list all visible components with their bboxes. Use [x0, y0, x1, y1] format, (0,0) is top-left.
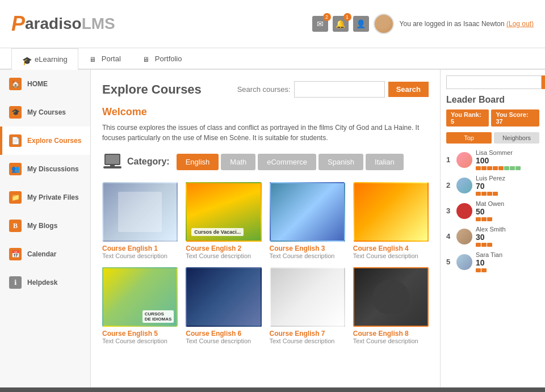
course-desc-8: Text Course description — [353, 338, 429, 344]
cat-tab-english[interactable]: English — [177, 154, 219, 170]
sidebar-item-my-courses[interactable]: 🎓 My Courses — [0, 98, 90, 127]
lb-rank-2: 2 — [446, 181, 453, 189]
sidebar-item-helpdesk[interactable]: ℹ Helpdesk — [0, 268, 90, 297]
lb-score-5: 10 — [476, 258, 485, 267]
course-card-6[interactable]: Course English 6 Text Course description — [186, 267, 261, 344]
lb-seg — [487, 243, 492, 247]
lb-seg — [515, 166, 521, 170]
lb-seg — [481, 268, 487, 272]
course-thumb-6 — [186, 267, 261, 327]
course-card-8[interactable]: Course English 8 Text Course description — [353, 267, 429, 344]
course-thumb-2: Cursos de Vacaci... — [186, 182, 261, 242]
lb-seg — [498, 166, 504, 170]
course-name-1: Course English 1 — [102, 245, 178, 252]
course-name-2: Course English 2 — [186, 245, 261, 252]
email-icon[interactable]: ✉ 2 — [312, 16, 328, 32]
lb-search-bar: Search — [446, 75, 539, 89]
portal-icon: 🖥 — [89, 56, 98, 62]
course-desc-3: Text Course description — [270, 252, 345, 259]
sidebar-home-label: HOME — [27, 80, 48, 88]
lb-name-3: Mat Owen — [476, 200, 539, 207]
page-title: Explore Courses — [102, 82, 202, 97]
course-desc-5: Text Course description — [102, 338, 178, 344]
sidebar-helpdesk-label: Helpdesk — [27, 279, 57, 286]
category-icon — [102, 151, 123, 172]
course-card-3[interactable]: Course English 3 Text Course description — [270, 182, 345, 259]
tab-portal-label: Portal — [102, 54, 121, 63]
cat-tab-math[interactable]: Math — [221, 154, 255, 170]
course-card-7[interactable]: Course English 7 Text Course description — [270, 267, 345, 344]
tab-portal[interactable]: 🖥 Portal — [78, 48, 132, 69]
lb-tab-neighbors[interactable]: Neighbors — [494, 132, 539, 144]
lb-search-button[interactable]: Search — [542, 75, 545, 89]
sidebar-calendar-label: Calendar — [27, 250, 56, 258]
lb-seg — [487, 166, 492, 170]
course-desc-4: Text Course description — [353, 252, 429, 259]
course-card-1[interactable]: Course English 1 Text Course description — [102, 182, 178, 259]
leaderboard-rank-info: You Rank: 5 You Score: 37 — [446, 109, 539, 127]
lb-seg — [487, 192, 492, 196]
course-card-2[interactable]: Cursos de Vacaci... Course English 2 Tex… — [186, 182, 261, 259]
leaderboard: Search Leader Board You Rank: 5 You Scor… — [440, 70, 545, 387]
tab-elearning[interactable]: 🎓 eLearning — [11, 48, 78, 70]
sidebar-mycourses-label: My Courses — [27, 108, 66, 116]
lb-seg — [476, 192, 481, 196]
lb-seg — [493, 166, 498, 170]
lb-rank-3: 3 — [446, 206, 453, 215]
cat-tab-ecommerce[interactable]: eCommerce — [258, 154, 316, 170]
bell-icon[interactable]: 🔔 1 — [333, 16, 349, 32]
lb-tab-top[interactable]: Top — [446, 132, 492, 144]
course-grid: Course English 1 Text Course description… — [102, 182, 429, 344]
search-input[interactable] — [294, 81, 385, 98]
lb-seg — [481, 243, 487, 247]
user-logged-text: You are logged in as Isaac Newton — [400, 20, 505, 28]
lb-score-2: 70 — [476, 182, 485, 191]
logo-p-letter: P — [11, 12, 25, 36]
sidebar-item-explore-courses[interactable]: 📄 Explore Courses — [0, 127, 90, 155]
course-thumb-5: CURSOSDE IDIOMAS — [102, 267, 178, 327]
lb-seg — [481, 192, 487, 196]
lb-name-2: Luis Perez — [476, 175, 539, 182]
course-card-4[interactable]: Course English 4 Text Course description — [353, 182, 429, 259]
private-files-icon: 📁 — [9, 191, 22, 204]
course-name-4: Course English 4 — [353, 245, 429, 252]
tab-portfolio[interactable]: 🖥 Portfolio — [132, 48, 193, 69]
course-thumb-4 — [353, 182, 429, 242]
lb-seg — [481, 217, 487, 221]
leaderboard-score-badge: You Score: 37 — [491, 109, 539, 127]
lb-rank-4: 4 — [446, 232, 453, 241]
content-header: Explore Courses Search courses: Search — [102, 81, 429, 98]
sidebar-item-calendar[interactable]: 📅 Calendar — [0, 240, 90, 268]
sidebar-blogs-label: My Blogs — [27, 222, 57, 230]
lb-name-5: Sara Tian — [476, 251, 539, 258]
lb-bar-3 — [476, 217, 539, 221]
lb-rank-5: 5 — [446, 258, 453, 266]
course-card-5[interactable]: CURSOSDE IDIOMAS Course English 5 Text C… — [102, 267, 178, 344]
sidebar-discussions-label: My Discussions — [27, 165, 79, 173]
course-name-5: Course English 5 — [102, 330, 178, 338]
sidebar-item-private-files[interactable]: 📁 My Private Files — [0, 183, 90, 212]
lb-search-input[interactable] — [446, 75, 542, 89]
lb-rank-1: 1 — [446, 155, 453, 164]
lb-player-1: 1 Lisa Sommer 100 — [446, 149, 539, 170]
user-icon[interactable]: 👤 — [353, 16, 369, 32]
header: P aradisoLMS ✉ 2 🔔 1 👤 You are logged in… — [0, 0, 545, 48]
lb-info-5: Sara Tian 10 — [476, 251, 539, 272]
sidebar: 🏠 HOME 🎓 My Courses 📄 Explore Courses 👥 … — [0, 70, 91, 387]
avatar[interactable] — [374, 14, 394, 34]
sidebar-explorecourses-label: Explore Courses — [27, 137, 81, 145]
email-badge: 2 — [323, 13, 331, 21]
sidebar-item-blogs[interactable]: B My Blogs — [0, 212, 90, 240]
cat-tab-spanish[interactable]: Spanish — [318, 154, 363, 170]
search-button[interactable]: Search — [388, 82, 429, 97]
category-tabs: English Math eCommerce Spanish Italian — [177, 154, 404, 170]
sidebar-item-home[interactable]: 🏠 HOME — [0, 70, 90, 98]
sidebar-item-discussions[interactable]: 👥 My Discussions — [0, 155, 90, 183]
logout-link[interactable]: (Log out) — [506, 20, 534, 28]
portfolio-icon: 🖥 — [142, 56, 152, 62]
lb-seg — [476, 243, 481, 247]
lb-info-1: Lisa Sommer 100 — [476, 149, 539, 170]
elearning-icon: 🎓 — [22, 56, 31, 63]
course-desc-1: Text Course description — [102, 252, 178, 259]
cat-tab-italian[interactable]: Italian — [366, 154, 404, 170]
